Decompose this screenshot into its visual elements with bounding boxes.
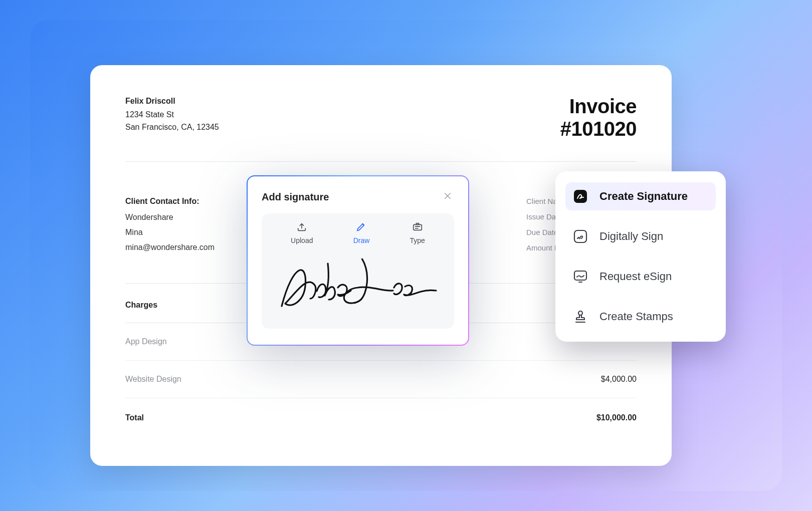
type-icon xyxy=(412,221,423,232)
line-item: Website Design $4,000.00 xyxy=(125,361,637,398)
draw-icon xyxy=(356,221,367,232)
stamp-icon xyxy=(571,308,589,326)
sender-name: Felix Driscoll xyxy=(125,95,219,108)
total-amount: $10,000.00 xyxy=(596,413,637,422)
sign-icon xyxy=(571,227,589,245)
sender-street: 1234 State St xyxy=(125,109,219,121)
line-item-label: App Design xyxy=(125,337,167,346)
tab-upload[interactable]: Upload xyxy=(291,221,313,244)
tab-type[interactable]: Type xyxy=(410,221,425,244)
total-row: Total $10,000.00 xyxy=(125,398,637,422)
menu-item-create-signature[interactable]: Create Signature xyxy=(565,182,716,210)
menu-item-label: Request eSign xyxy=(599,270,672,283)
invoice-header: Felix Driscoll 1234 State St San Francis… xyxy=(125,95,637,140)
signature-tabs: Upload Draw Type xyxy=(262,213,454,329)
request-icon xyxy=(571,268,589,286)
add-signature-modal: Add signature Upload xyxy=(247,175,469,346)
tab-type-label: Type xyxy=(410,236,425,244)
invoice-number: #101020 xyxy=(560,118,637,140)
signature-menu: Create Signature Digitally Sign Request … xyxy=(555,171,726,342)
svg-rect-3 xyxy=(413,224,422,230)
line-item-amount: $4,000.00 xyxy=(601,375,637,384)
contact-company: Wondershare xyxy=(125,213,215,222)
menu-item-digitally-sign[interactable]: Digitally Sign xyxy=(565,222,716,250)
sender-city: San Francisco, CA, 12345 xyxy=(125,121,219,134)
menu-item-create-stamps[interactable]: Create Stamps xyxy=(565,303,716,331)
menu-item-label: Digitally Sign xyxy=(599,230,663,243)
total-label: Total xyxy=(125,413,144,422)
tab-draw[interactable]: Draw xyxy=(353,221,370,244)
line-item-label: Website Design xyxy=(125,375,181,384)
stage: Felix Driscoll 1234 State St San Francis… xyxy=(30,20,782,491)
menu-item-label: Create Stamps xyxy=(599,310,673,323)
divider xyxy=(125,161,637,162)
contact-block: Client Contact Info: Wondershare Mina mi… xyxy=(125,197,215,259)
tab-draw-label: Draw xyxy=(353,236,370,244)
close-icon[interactable] xyxy=(441,189,454,204)
signature-drawing xyxy=(278,259,438,314)
signature-canvas[interactable] xyxy=(271,253,445,319)
svg-rect-9 xyxy=(574,271,586,280)
contact-person: Mina xyxy=(125,228,215,237)
upload-icon xyxy=(296,221,307,232)
signature-badge-icon xyxy=(571,187,589,205)
invoice-title: Invoice #101020 xyxy=(560,95,637,140)
tab-upload-label: Upload xyxy=(291,236,313,244)
menu-item-label: Create Signature xyxy=(599,190,688,203)
svg-rect-6 xyxy=(416,223,419,225)
from-block: Felix Driscoll 1234 State St San Francis… xyxy=(125,95,219,140)
contact-email: mina@wondershare.com xyxy=(125,243,215,252)
svg-rect-7 xyxy=(574,190,587,203)
modal-title: Add signature xyxy=(262,191,329,203)
contact-heading: Client Contact Info: xyxy=(125,197,215,206)
svg-point-10 xyxy=(578,311,582,315)
menu-item-request-esign[interactable]: Request eSign xyxy=(565,263,716,291)
invoice-title-line1: Invoice xyxy=(569,95,637,117)
